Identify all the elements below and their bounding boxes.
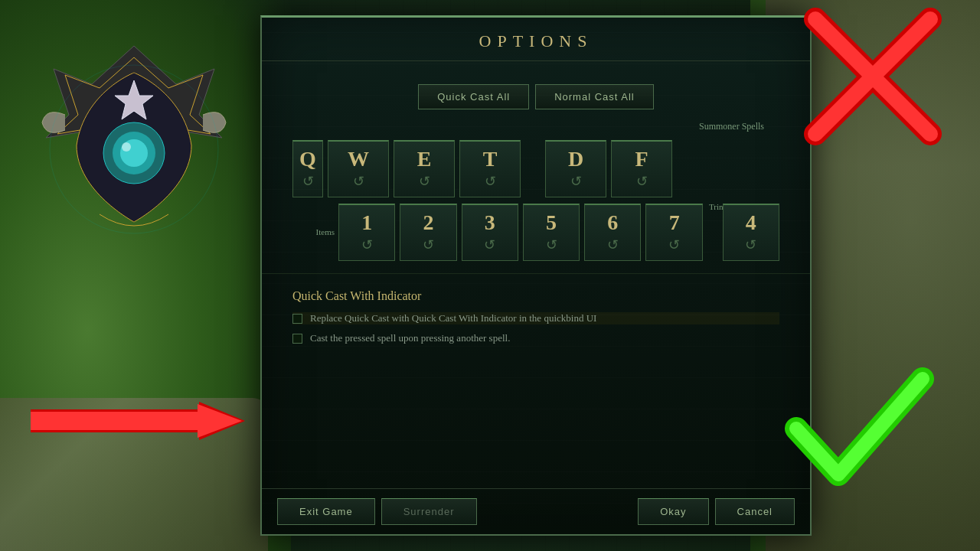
key-e-letter: E — [417, 148, 432, 170]
key-3-sub — [484, 236, 495, 253]
key-q-sub — [302, 173, 314, 190]
items-row-container: Items Trinket 1 2 3 5 — [292, 204, 779, 261]
red-x-overlay — [804, 8, 942, 145]
key-5-letter: 5 — [546, 212, 557, 233]
qci-checkbox-row-1: Replace Quick Cast with Quick Cast With … — [292, 312, 779, 324]
key-5-sub — [546, 236, 557, 253]
key-w-sub — [353, 173, 364, 190]
key-2-letter: 2 — [423, 212, 433, 233]
key-t-letter: T — [483, 148, 498, 170]
key-d[interactable]: D — [545, 140, 606, 197]
qci-section: Quick Cast With Indicator Replace Quick … — [262, 273, 810, 364]
cast-buttons-row: Quick Cast All Normal Cast All — [262, 61, 810, 121]
key-3-letter: 3 — [485, 212, 495, 233]
qci-label-2: Cast the pressed spell upon pressing ano… — [310, 332, 510, 344]
key-w[interactable]: W — [328, 140, 389, 197]
key-2[interactable]: 2 — [400, 204, 456, 261]
quick-cast-all-button[interactable]: Quick Cast All — [418, 84, 529, 109]
key-3[interactable]: 3 — [462, 204, 518, 261]
key-f-sub — [636, 173, 648, 190]
key-f[interactable]: F — [611, 140, 672, 197]
exit-game-button[interactable]: Exit Game — [277, 498, 375, 525]
key-6-sub — [607, 236, 619, 253]
key-d-sub — [570, 173, 582, 190]
key-1-sub — [361, 236, 373, 253]
key-d-letter: D — [568, 148, 583, 170]
qci-label-1: Replace Quick Cast with Quick Cast With … — [310, 312, 596, 324]
key-f-letter: F — [635, 148, 648, 170]
key-5[interactable]: 5 — [523, 204, 580, 261]
normal-cast-all-button[interactable]: Normal Cast All — [535, 84, 654, 109]
key-7[interactable]: 7 — [645, 204, 702, 261]
key-e[interactable]: E — [394, 140, 455, 197]
key-1[interactable]: 1 — [338, 204, 395, 261]
key-4-trinket[interactable]: 4 — [723, 204, 779, 261]
green-check-overlay — [781, 352, 934, 505]
items-keys-row: 1 2 3 5 6 — [292, 204, 779, 261]
options-dialog: OPTIONS Quick Cast All Normal Cast All S… — [260, 15, 812, 536]
key-t-sub — [485, 173, 496, 190]
qci-checkbox-row-2: Cast the pressed spell upon pressing ano… — [292, 332, 779, 344]
key-1-letter: 1 — [361, 212, 372, 233]
keys-section: Q W E T D F — [262, 136, 810, 273]
qci-title: Quick Cast With Indicator — [292, 289, 779, 303]
red-arrow-overlay — [31, 402, 245, 440]
key-4-letter: 4 — [746, 212, 756, 233]
key-7-letter: 7 — [669, 212, 680, 233]
qci-checkbox-2[interactable] — [292, 334, 302, 344]
emblem — [23, 38, 245, 260]
key-q-letter: Q — [299, 148, 316, 170]
key-6[interactable]: 6 — [584, 204, 641, 261]
svg-marker-13 — [31, 404, 242, 438]
key-q-partial: Q — [292, 140, 323, 197]
key-6-letter: 6 — [607, 212, 618, 233]
okay-button[interactable]: Okay — [638, 498, 708, 525]
key-2-sub — [423, 236, 434, 253]
qci-checkbox-1[interactable] — [292, 314, 302, 324]
dialog-title: OPTIONS — [262, 18, 810, 61]
key-7-sub — [668, 236, 680, 253]
dialog-footer: Exit Game Surrender Okay Cancel — [262, 488, 810, 534]
key-t[interactable]: T — [459, 140, 521, 197]
key-e-sub — [419, 173, 430, 190]
summoner-spells-label: Summoner Spells — [262, 121, 810, 132]
key-4-sub — [745, 236, 756, 253]
svg-point-5 — [122, 142, 131, 152]
key-w-letter: W — [348, 148, 369, 170]
abilities-keys-row: Q W E T D F — [292, 140, 779, 197]
surrender-button[interactable]: Surrender — [381, 498, 477, 525]
footer-spacer — [483, 498, 632, 525]
